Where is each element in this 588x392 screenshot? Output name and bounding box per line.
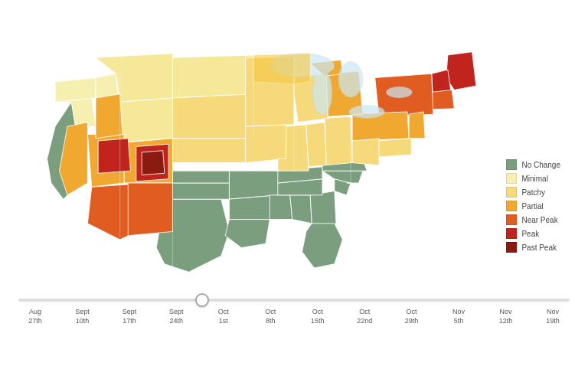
svg-marker-7 [290, 195, 312, 224]
svg-marker-5 [225, 220, 270, 248]
timeline-track[interactable] [18, 299, 570, 302]
svg-point-51 [387, 87, 413, 98]
timeline-label[interactable]: Oct29th [395, 308, 429, 325]
legend-label: Partial [521, 202, 543, 211]
legend-label: Patchy [521, 188, 545, 197]
timeline-day: 8th [266, 317, 276, 325]
legend-label: Peak [521, 230, 539, 238]
timeline-day: 24th [170, 317, 184, 325]
timeline-day: 22nd [357, 317, 372, 325]
timeline-month: Sept [122, 308, 137, 315]
page-container: No Change Minimal Patchy Partial Near Pe… [0, 0, 588, 392]
legend-swatch [506, 228, 517, 239]
svg-marker-20 [120, 98, 173, 142]
timeline-month: Nov [452, 308, 465, 315]
timeline-month: Oct [265, 308, 276, 315]
legend-swatch [506, 214, 517, 225]
timeline-month: Sept [169, 308, 184, 315]
timeline-day: 27th [28, 317, 42, 325]
legend-swatch [506, 201, 517, 211]
timeline-day: 17th [122, 317, 136, 325]
timeline-label[interactable]: Nov5th [442, 308, 475, 325]
timeline-month: Sept [75, 308, 90, 315]
svg-marker-6 [270, 195, 292, 220]
svg-marker-11 [322, 171, 363, 183]
svg-marker-22 [172, 94, 253, 139]
timeline-day: 29th [405, 317, 419, 325]
legend-item: Past Peak [506, 242, 560, 253]
timeline-label[interactable]: Nov19th [536, 308, 570, 325]
legend-item: No Change [506, 159, 560, 170]
timeline-label[interactable]: Nov12th [489, 308, 523, 325]
svg-marker-44 [352, 139, 379, 165]
legend-swatch [506, 187, 517, 198]
timeline-day: 5th [454, 317, 464, 325]
legend-item: Minimal [506, 173, 560, 184]
svg-marker-37 [446, 52, 476, 90]
legend-label: Near Peak [521, 216, 557, 224]
svg-marker-36 [98, 139, 130, 173]
legend-item: Patchy [506, 187, 560, 198]
legend-swatch [506, 173, 517, 184]
svg-marker-53 [142, 151, 165, 175]
map-svg [11, 17, 577, 292]
svg-marker-42 [409, 112, 425, 139]
timeline-month: Oct [407, 308, 417, 315]
timeline-day: 10th [76, 317, 90, 325]
timeline-label[interactable]: Oct8th [253, 308, 287, 325]
timeline-month: Aug [29, 308, 41, 315]
legend-swatch [506, 242, 517, 253]
svg-marker-54 [96, 94, 122, 139]
timeline-labels: Aug27thSept10thSept17thSept24thOct1stOct… [18, 308, 570, 325]
timeline-month: Oct [312, 308, 323, 315]
timeline-label[interactable]: Sept17th [113, 308, 146, 325]
timeline-label[interactable]: Aug27th [18, 308, 52, 325]
svg-marker-43 [377, 139, 411, 157]
svg-point-49 [338, 61, 363, 97]
timeline-month: Nov [547, 308, 559, 315]
svg-point-48 [312, 70, 332, 115]
svg-marker-17 [55, 78, 96, 103]
timeline-month: Oct [218, 308, 229, 315]
svg-marker-52 [253, 54, 310, 84]
legend-swatch [506, 159, 517, 170]
svg-marker-23 [172, 139, 245, 163]
svg-point-50 [349, 106, 385, 119]
timeline-day: 1st [219, 317, 228, 325]
legend-item: Partial [506, 201, 560, 211]
timeline-day: 12th [499, 317, 513, 325]
legend-item: Near Peak [506, 214, 560, 225]
svg-marker-34 [128, 183, 172, 236]
map-area: No Change Minimal Patchy Partial Near Pe… [11, 17, 577, 292]
svg-marker-1 [172, 183, 229, 199]
timeline-month: Nov [500, 308, 512, 315]
legend-label: Past Peak [521, 243, 557, 252]
timeline-label[interactable]: Sept24th [159, 308, 193, 325]
timeline-thumb[interactable] [195, 293, 209, 307]
timeline-area: Aug27thSept10thSept17thSept24thOct1stOct… [18, 299, 570, 325]
timeline-label[interactable]: Oct22nd [348, 308, 381, 325]
timeline-label[interactable]: Oct1st [207, 308, 240, 325]
svg-marker-2 [172, 171, 229, 183]
timeline-day: 15th [311, 317, 325, 325]
svg-marker-28 [306, 122, 326, 167]
timeline-label[interactable]: Oct15th [301, 308, 335, 325]
svg-marker-9 [302, 224, 343, 268]
legend-item: Peak [506, 228, 560, 239]
svg-marker-21 [172, 55, 253, 98]
timeline-month: Oct [359, 308, 370, 315]
timeline-day: 19th [546, 317, 560, 325]
timeline-label[interactable]: Sept10th [65, 308, 99, 325]
legend: No Change Minimal Patchy Partial Near Pe… [497, 153, 570, 262]
legend-label: Minimal [521, 175, 547, 183]
svg-marker-24 [246, 125, 286, 163]
legend-label: No Change [521, 161, 560, 169]
svg-marker-29 [325, 116, 352, 165]
